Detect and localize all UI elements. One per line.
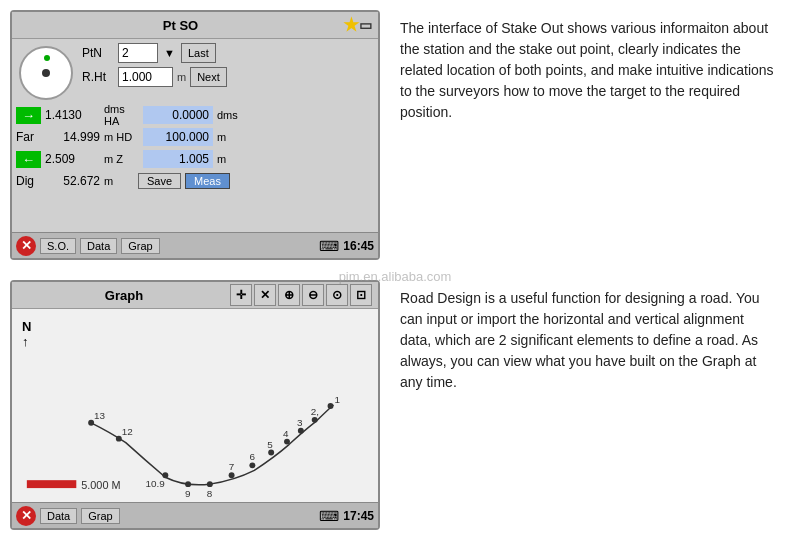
data-row-ha: → 1.4130 dms HA 0.0000 dms [16,105,374,125]
last-button[interactable]: Last [181,43,216,63]
main-container: pim.en.alibaba.com Pt SO ★ ▭ [0,0,790,551]
svg-rect-24 [27,480,76,488]
hd-blue-value: 100.000 [143,128,213,146]
hd-unit: m HD [104,131,139,143]
svg-text:5: 5 [267,439,273,450]
svg-point-22 [328,403,334,409]
ha-blue-unit: dms [217,109,238,121]
svg-text:12: 12 [122,426,133,437]
svg-point-14 [268,450,274,456]
rht-input[interactable] [118,67,173,87]
ha-blue-value: 0.0000 [143,106,213,124]
compass [19,46,73,100]
tool-grid[interactable]: ⊡ [350,284,372,306]
z-value: 2.509 [45,152,100,166]
tool-zoom-out[interactable]: ⊖ [302,284,324,306]
svg-text:10.9: 10.9 [146,478,166,489]
z-blue-value: 1.005 [143,150,213,168]
desc1-text: The interface of Stake Out shows various… [400,18,776,123]
tab-data-1[interactable]: Data [80,238,117,254]
ha-unit: dms HA [104,103,139,127]
top-section: Pt SO ★ ▭ [0,0,790,270]
svg-text:8: 8 [207,488,213,499]
desc2-text: Road Design is a useful function for des… [400,288,776,393]
star-icon: ★ [343,14,359,36]
data-row-dig: Dig 52.672 m Save Meas [16,171,374,191]
tool-close[interactable]: ✕ [254,284,276,306]
graph-tools: ✛ ✕ ⊕ ⊖ ⊙ ⊡ [230,284,372,306]
tab-so[interactable]: S.O. [40,238,76,254]
panel1-title: Pt SO [18,18,343,33]
svg-text:13: 13 [94,410,105,421]
svg-text:3: 3 [297,417,303,428]
tool-zoom-in[interactable]: ⊕ [278,284,300,306]
keyboard-icon-2: ⌨ [319,508,339,524]
svg-text:6: 6 [249,451,255,462]
svg-point-20 [312,417,318,423]
ptn-input[interactable] [118,43,158,63]
panel2-bottom-bar: ✕ Data Grap ⌨ 17:45 [12,502,378,528]
hd-value: 14.999 [50,130,100,144]
close-button-1[interactable]: ✕ [16,236,36,256]
arrow-left-icon: → [16,107,41,124]
title-bar-1: Pt SO ★ ▭ [12,12,378,39]
svg-point-6 [185,481,191,487]
tool-fit[interactable]: ⊙ [326,284,348,306]
keyboard-icon-1: ⌨ [319,238,339,254]
device-panel-1: Pt SO ★ ▭ [10,10,380,260]
dig-value: 52.672 [50,174,100,188]
svg-text:7: 7 [229,461,235,472]
rht-unit: m [177,71,186,83]
svg-point-12 [249,462,255,468]
z-unit: m Z [104,153,139,165]
svg-text:1: 1 [334,394,340,405]
svg-text:4: 4 [283,428,289,439]
svg-text:5.000 M: 5.000 M [81,479,120,491]
tab-grap-1[interactable]: Grap [121,238,159,254]
bottom-section: Graph ✛ ✕ ⊕ ⊖ ⊙ ⊡ N ↑ [0,270,790,540]
north-arrow: ↑ [22,334,31,349]
next-button[interactable]: Next [190,67,227,87]
close-button-2[interactable]: ✕ [16,506,36,526]
battery-icon: ▭ [359,17,372,33]
svg-text:2,: 2, [311,406,319,417]
hd-blue-unit: m [217,131,226,143]
svg-text:9: 9 [185,488,191,499]
meas-button[interactable]: Meas [185,173,230,189]
graph-title: Graph [18,288,230,303]
graph-panel: Graph ✛ ✕ ⊕ ⊖ ⊙ ⊡ N ↑ [10,280,380,530]
compass-dot [44,55,50,61]
description-2: Road Design is a useful function for des… [396,280,780,530]
rht-label: R.Ht [82,70,114,84]
z-blue-unit: m [217,153,226,165]
graph-title-bar: Graph ✛ ✕ ⊕ ⊖ ⊙ ⊡ [12,282,378,309]
svg-point-16 [284,439,290,445]
hd-label: Far [16,130,46,144]
description-1: The interface of Stake Out shows various… [396,10,780,260]
panel1-bottom-bar: ✕ S.O. Data Grap ⌨ 16:45 [12,232,378,258]
ha-value: 1.4130 [45,108,100,122]
arrow-left2-icon: ← [16,151,41,168]
panel1-body: PtN ▼ Last R.Ht m Next [12,39,378,232]
svg-point-10 [229,472,235,478]
svg-point-8 [207,481,213,487]
ptn-row: PtN ▼ Last [82,43,374,63]
data-row-hd: Far 14.999 m HD 100.000 m [16,127,374,147]
time-display-1: 16:45 [343,239,374,253]
save-button[interactable]: Save [138,173,181,189]
tab-grap-2[interactable]: Grap [81,508,119,524]
data-row-z: ← 2.509 m Z 1.005 m [16,149,374,169]
svg-point-18 [298,428,304,434]
dig-label: Dig [16,174,46,188]
time-display-2: 17:45 [343,509,374,523]
north-label: N [22,319,31,334]
dig-unit: m [104,175,124,187]
tool-move[interactable]: ✛ [230,284,252,306]
compass-center [42,69,50,77]
tab-data-2[interactable]: Data [40,508,77,524]
rht-row: R.Ht m Next [82,67,374,87]
graph-body: N ↑ 13 12 10.9 9 8 [12,309,378,502]
graph-svg: 13 12 10.9 9 8 7 6 5 4 [12,309,378,502]
ptn-label: PtN [82,46,114,60]
north-indicator: N ↑ [22,319,31,349]
